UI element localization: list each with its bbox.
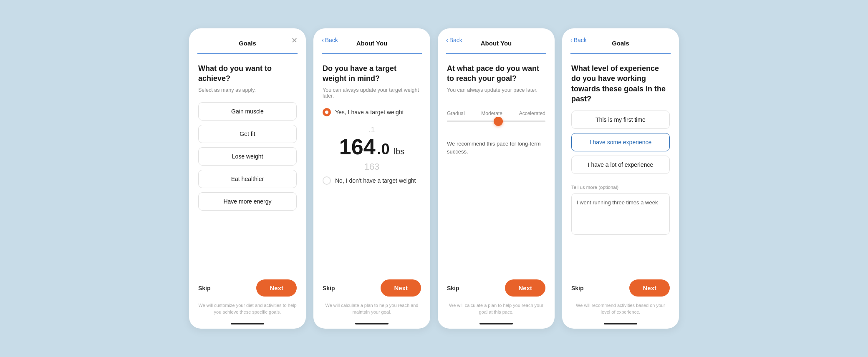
weight-main: 164 .0 lbs — [339, 136, 404, 158]
screen2-body: Do you have a target weight in mind? You… — [313, 54, 430, 273]
slider-fill — [447, 121, 501, 122]
screen3-title: About You — [481, 40, 512, 47]
screen2-skip[interactable]: Skip — [323, 285, 335, 292]
screen4-footer: Skip Next — [562, 273, 679, 302]
weight-below: 163 — [364, 161, 380, 172]
screen2-question: Do you have a target weight in mind? — [323, 63, 421, 84]
screen1-header: Goals ✕ — [189, 28, 306, 49]
screen1-note: We will customize your diet and activiti… — [189, 302, 306, 323]
back-label: Back — [574, 37, 587, 43]
screen3-skip[interactable]: Skip — [447, 285, 459, 292]
radio-yes-circle — [323, 108, 331, 116]
chevron-left-icon: ‹ — [446, 37, 448, 43]
screen1-subtitle: Select as many as apply. — [198, 87, 297, 93]
option-first-time[interactable]: This is my first time — [571, 111, 670, 129]
weight-unit: lbs — [394, 147, 405, 156]
screen1-skip[interactable]: Skip — [198, 285, 211, 292]
screen3-back[interactable]: ‹ Back — [446, 37, 462, 43]
chevron-left-icon: ‹ — [322, 37, 324, 43]
option-gain-muscle[interactable]: Gain muscle — [198, 102, 297, 121]
screen3-note: We will calculate a plan to help you rea… — [438, 302, 555, 323]
screen2-title: About You — [356, 40, 387, 47]
weight-integer: 164 — [339, 136, 376, 158]
screen4-next[interactable]: Next — [629, 279, 670, 297]
option-eat-healthier[interactable]: Eat healthier — [198, 170, 297, 188]
screen1-question: What do you want to achieve? — [198, 63, 297, 84]
tell-more-label: Tell us more (optional) — [571, 185, 670, 190]
screen3-footer: Skip Next — [438, 273, 555, 302]
screen2-header: ‹ Back About You — [313, 28, 430, 49]
screen1-footer: Skip Next — [189, 273, 306, 302]
screen1-next[interactable]: Next — [256, 279, 297, 297]
screen1-title: Goals — [239, 40, 256, 47]
tell-more-textarea[interactable]: I went running three times a week — [571, 193, 670, 235]
screen4-note: We will recommend activities based on yo… — [562, 302, 679, 323]
screen2-subtitle: You can always update your target weight… — [323, 87, 421, 99]
weight-display: .1 164 .0 lbs 163 — [323, 126, 421, 172]
option-some-experience[interactable]: I have some experience — [571, 133, 670, 151]
screen1-body: What do you want to achieve? Select as m… — [189, 54, 306, 273]
screen2-note: We will calculate a plan to help you rea… — [313, 302, 430, 323]
option-more-energy[interactable]: Have more energy — [198, 192, 297, 211]
chevron-left-icon: ‹ — [570, 37, 573, 43]
radio-no-weight[interactable]: No, I don't have a target weight — [323, 176, 421, 185]
screen4-title: Goals — [612, 40, 629, 47]
back-label: Back — [325, 37, 338, 43]
screen-experience: ‹ Back Goals What level of experience do… — [562, 28, 679, 329]
screen4-body: What level of experience do you have wor… — [562, 54, 679, 273]
option-lot-experience[interactable]: I have a lot of experience — [571, 156, 670, 174]
screen3-subtitle: You can always update your pace later. — [447, 87, 545, 93]
screen3-question: At what pace do you want to reach your g… — [447, 63, 545, 84]
radio-no-circle — [323, 176, 331, 185]
option-lose-weight[interactable]: Lose weight — [198, 147, 297, 166]
close-icon[interactable]: ✕ — [291, 37, 298, 44]
pace-labels: Gradual Moderate Accelerated — [447, 111, 545, 116]
screen4-skip[interactable]: Skip — [571, 285, 584, 292]
screen-goals: Goals ✕ What do you want to achieve? Sel… — [189, 28, 306, 329]
screen-pace: ‹ Back About You At what pace do you wan… — [438, 28, 555, 329]
option-get-fit[interactable]: Get fit — [198, 125, 297, 143]
screen3-next[interactable]: Next — [505, 279, 545, 297]
screen4-header: ‹ Back Goals — [562, 28, 679, 49]
screen4-back[interactable]: ‹ Back — [570, 37, 587, 43]
screen3-header: ‹ Back About You — [438, 28, 555, 49]
screen2-footer: Skip Next — [313, 273, 430, 302]
weight-above: .1 — [368, 126, 375, 134]
pace-recommend: We recommend this pace for long-term suc… — [447, 140, 545, 156]
slider-track[interactable] — [447, 121, 545, 122]
slider-thumb[interactable] — [494, 117, 503, 126]
screen4-question: What level of experience do you have wor… — [571, 63, 670, 104]
screen3-home-indicator — [479, 323, 513, 324]
radio-yes-label: Yes, I have a target weight — [335, 109, 404, 116]
screen2-home-indicator — [355, 323, 389, 324]
screen3-body: At what pace do you want to reach your g… — [438, 54, 555, 273]
screen4-home-indicator — [604, 323, 637, 324]
radio-yes-weight[interactable]: Yes, I have a target weight — [323, 108, 421, 116]
screen1-home-indicator — [231, 323, 264, 324]
pace-label-moderate: Moderate — [481, 111, 502, 116]
weight-decimal: .0 — [377, 141, 390, 158]
screen2-next[interactable]: Next — [381, 279, 421, 297]
radio-no-label: No, I don't have a target weight — [335, 177, 416, 184]
back-label: Back — [449, 37, 462, 43]
screen2-back[interactable]: ‹ Back — [322, 37, 338, 43]
pace-label-gradual: Gradual — [447, 111, 465, 116]
pace-label-accelerated: Accelerated — [519, 111, 545, 116]
screens-container: Goals ✕ What do you want to achieve? Sel… — [189, 28, 679, 329]
pace-section: Gradual Moderate Accelerated — [447, 111, 545, 122]
screen-target-weight: ‹ Back About You Do you have a target we… — [313, 28, 430, 329]
